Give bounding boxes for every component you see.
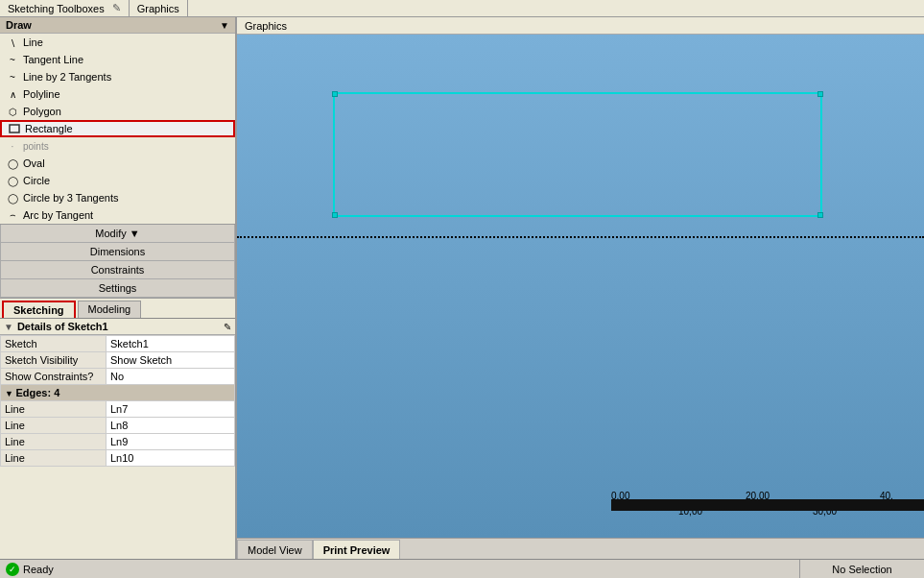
graphics-title-text: Graphics: [137, 3, 179, 14]
tab-modeling[interactable]: Modeling: [78, 301, 142, 318]
view-tabs: Model View Print Preview: [237, 538, 924, 559]
tab-model-view[interactable]: Model View: [237, 540, 313, 559]
details-value-cell[interactable]: Sketch1: [107, 336, 235, 352]
arc-tangent-icon: ⌢: [6, 208, 19, 222]
tool-points[interactable]: · points: [0, 137, 235, 155]
details-collapse-icon[interactable]: ▼: [4, 322, 13, 332]
toolbox-pin[interactable]: ✎: [112, 2, 121, 14]
settings-label: Settings: [99, 282, 137, 294]
points-icon: ·: [6, 139, 19, 153]
tool-rectangle-label: Rectangle: [25, 123, 73, 134]
svg-rect-0: [10, 125, 19, 132]
tool-circle-3-tangents-label: Circle by 3 Tangents: [23, 192, 118, 204]
details-data-row: Sketch VisibilityShow Sketch: [1, 352, 235, 369]
circle-icon: ◯: [6, 174, 19, 187]
draw-section-label: Draw: [6, 19, 32, 31]
details-data-row: LineLn9: [1, 434, 235, 450]
tool-polygon[interactable]: ⬡ Polygon: [0, 103, 235, 120]
tool-circle-label: Circle: [23, 175, 50, 186]
dimensions-label: Dimensions: [90, 246, 145, 257]
details-label-cell: Line: [1, 434, 107, 450]
rect-corner-bl: [332, 212, 338, 218]
tangent-line-icon: ~: [6, 53, 19, 66]
details-value-cell[interactable]: Ln7: [107, 401, 235, 418]
details-data-row: LineLn10: [1, 450, 235, 467]
tool-line-by-2-tangents[interactable]: ~ Line by 2 Tangents: [0, 68, 235, 85]
details-label-cell: Line: [1, 450, 107, 467]
toolbox-title-bar: Sketching Toolboxes ✎: [0, 0, 130, 16]
details-label-cell: Line: [1, 401, 107, 418]
tab-model-view-label: Model View: [248, 544, 302, 556]
left-panel: Draw ▼ ∖ Line ~ Tangent Line ~ Line by 2…: [0, 17, 237, 559]
toolbox: Draw ▼ ∖ Line ~ Tangent Line ~ Line by 2…: [0, 17, 235, 299]
tool-polyline[interactable]: ∧ Polyline: [0, 85, 235, 103]
tool-arc-tangent[interactable]: ⌢ Arc by Tangent: [0, 206, 235, 224]
top-bar: Sketching Toolboxes ✎ Graphics: [0, 0, 924, 17]
details-value-cell[interactable]: Show Sketch: [107, 352, 235, 369]
ruler-bar: [611, 499, 924, 511]
draw-tools: ∖ Line ~ Tangent Line ~ Line by 2 Tangen…: [0, 34, 235, 224]
details-panel: ▼ Details of Sketch1 ✎ SketchSketch1Sket…: [0, 319, 235, 559]
details-label-cell: Line: [1, 418, 107, 434]
rect-corner-tr: [817, 91, 823, 97]
details-data-row: LineLn8: [1, 418, 235, 434]
tool-line-label: Line: [23, 36, 43, 48]
status-left: ✓ Ready: [0, 563, 799, 576]
graphics-header: Graphics: [237, 17, 924, 35]
tool-tangent-line-label: Tangent Line: [23, 54, 83, 65]
details-value-cell[interactable]: Ln8: [107, 418, 235, 434]
tab-modeling-label: Modeling: [88, 303, 131, 315]
details-title: Details of Sketch1: [17, 321, 224, 332]
details-value-cell[interactable]: Ln10: [107, 450, 235, 467]
dimensions-button[interactable]: Dimensions: [0, 243, 235, 261]
details-label-cell: Sketch Visibility: [1, 352, 107, 369]
settings-button[interactable]: Settings: [0, 279, 235, 298]
tool-line-2-tangents-label: Line by 2 Tangents: [23, 71, 111, 83]
graphics-canvas[interactable]: 0,00 10,00 20,00 30,00 40,: [237, 35, 924, 538]
details-data-row: Show Constraints?No: [1, 369, 235, 385]
tool-polygon-label: Polygon: [23, 106, 61, 117]
tool-tangent-line[interactable]: ~ Tangent Line: [0, 51, 235, 68]
status-text: Ready: [23, 564, 54, 575]
circle-3-tangents-icon: ◯: [6, 191, 19, 205]
details-header: ▼ Details of Sketch1 ✎: [0, 319, 235, 335]
dotted-line: [237, 236, 924, 238]
tab-sketching[interactable]: Sketching: [2, 301, 76, 318]
tool-rectangle[interactable]: Rectangle: [0, 120, 235, 137]
tab-print-preview-label: Print Preview: [323, 544, 391, 556]
details-section-row[interactable]: ▼ Edges: 4: [1, 385, 235, 401]
modify-button[interactable]: Modify ▼: [0, 225, 235, 243]
constraints-label: Constraints: [91, 264, 145, 276]
ready-checkmark: ✓: [9, 565, 16, 574]
tab-sketching-label: Sketching: [13, 304, 64, 316]
tool-circle[interactable]: ◯ Circle: [0, 172, 235, 189]
sketch-modeling-tabs: Sketching Modeling: [0, 299, 235, 319]
bottom-section-buttons: Modify ▼ Dimensions Constraints Settings: [0, 224, 235, 298]
tool-circle-3-tangents[interactable]: ◯ Circle by 3 Tangents: [0, 189, 235, 206]
tool-line[interactable]: ∖ Line: [0, 34, 235, 51]
constraints-button[interactable]: Constraints: [0, 261, 235, 279]
details-label-cell: Show Constraints?: [1, 369, 107, 385]
details-pin[interactable]: ✎: [224, 322, 231, 332]
line-2-tangents-icon: ~: [6, 70, 19, 84]
status-bar: ✓ Ready No Selection: [0, 559, 924, 578]
polygon-icon: ⬡: [6, 105, 19, 118]
draw-section-header[interactable]: Draw ▼: [0, 17, 235, 34]
rect-corner-br: [817, 212, 823, 218]
polyline-icon: ∧: [6, 87, 19, 101]
main-content: Draw ▼ ∖ Line ~ Tangent Line ~ Line by 2…: [0, 17, 924, 559]
tool-points-label: points: [23, 141, 49, 152]
draw-section-arrow: ▼: [220, 20, 229, 31]
details-value-cell[interactable]: Ln9: [107, 434, 235, 450]
tab-print-preview[interactable]: Print Preview: [313, 540, 401, 559]
graphics-title: Graphics: [245, 20, 287, 32]
oval-icon: ◯: [6, 157, 19, 170]
details-data-row: LineLn7: [1, 401, 235, 418]
canvas-rectangle: [333, 92, 822, 217]
modify-label: Modify: [95, 228, 126, 239]
line-icon: ∖: [6, 36, 19, 49]
details-label-cell: Sketch: [1, 336, 107, 352]
details-table: SketchSketch1Sketch VisibilityShow Sketc…: [0, 335, 235, 467]
tool-oval[interactable]: ◯ Oval: [0, 155, 235, 172]
details-value-cell[interactable]: No: [107, 369, 235, 385]
